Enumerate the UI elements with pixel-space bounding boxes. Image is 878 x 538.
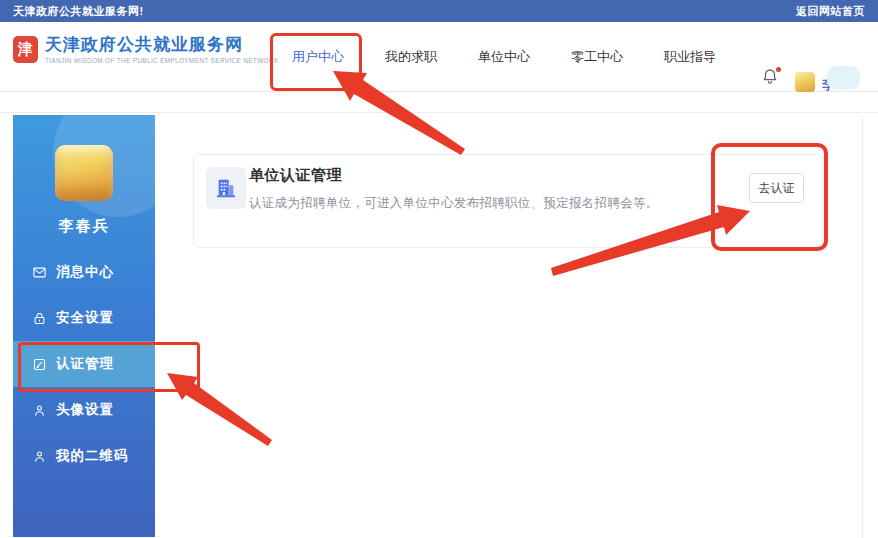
nav-gig-center[interactable]: 零工中心 [571,48,623,66]
card-description: 认证成为招聘单位，可进入单位中心发布招聘职位、预定报名招聘会等。 [249,195,659,212]
sidebar-menu: 消息中心 安全设置 认证管理 头像设置 [13,249,155,479]
header: 津 天津政府公共就业服务网 TIANJIN WISDOM OF THE PUBL… [0,22,878,92]
go-certify-button[interactable]: 去认证 [749,173,804,203]
top-bar: 天津政府公共就业服务网! 返回网站首页 [0,0,878,22]
sidebar-item-certification[interactable]: 认证管理 [13,341,155,387]
card-title: 单位认证管理 [249,166,342,185]
notification-dot [776,67,781,72]
name-redaction-blob [827,66,860,90]
page: 天津政府公共就业服务网! 返回网站首页 津 天津政府公共就业服务网 TIANJI… [0,0,878,538]
building-icon [206,167,246,209]
sidebar-item-security[interactable]: 安全设置 [13,295,155,341]
user-name: 李春兵 [13,217,155,236]
site-title: 天津政府公共就业服务网! [13,4,144,19]
edit-icon [32,357,47,372]
sidebar-item-avatar-settings[interactable]: 头像设置 [13,387,155,433]
logo-mark-icon: 津 [13,36,38,63]
sidebar-item-my-qrcode[interactable]: 我的二维码 [13,433,155,479]
nav-user-center[interactable]: 用户中心 [292,48,344,66]
header-nav: 用户中心 我的求职 单位中心 零工中心 职业指导 [292,22,716,92]
nav-my-jobs[interactable]: 我的求职 [385,48,437,66]
logo-subtitle: TIANJIN WISDOM OF THE PUBLIC EMPLOYMENT … [45,57,279,64]
unit-certification-card: 单位认证管理 认证成为招聘单位，可进入单位中心发布招聘职位、预定报名招聘会等。 … [193,154,823,248]
mail-icon [32,265,47,280]
sidebar: 李春兵 消息中心 安全设置 认证管理 [13,115,155,537]
back-home-link[interactable]: 返回网站首页 [796,4,865,19]
sidebar-item-messages[interactable]: 消息中心 [13,249,155,295]
user-avatar[interactable] [55,145,113,201]
nav-career-guidance[interactable]: 职业指导 [664,48,716,66]
lock-icon [32,311,47,326]
site-logo[interactable]: 津 天津政府公共就业服务网 TIANJIN WISDOM OF THE PUBL… [13,35,279,64]
bell-icon[interactable] [761,67,781,87]
nav-unit-center[interactable]: 单位中心 [478,48,530,66]
user-icon [32,403,47,418]
header-avatar[interactable] [795,72,815,92]
user-icon [32,449,47,464]
logo-title: 天津政府公共就业服务网 [45,35,279,55]
